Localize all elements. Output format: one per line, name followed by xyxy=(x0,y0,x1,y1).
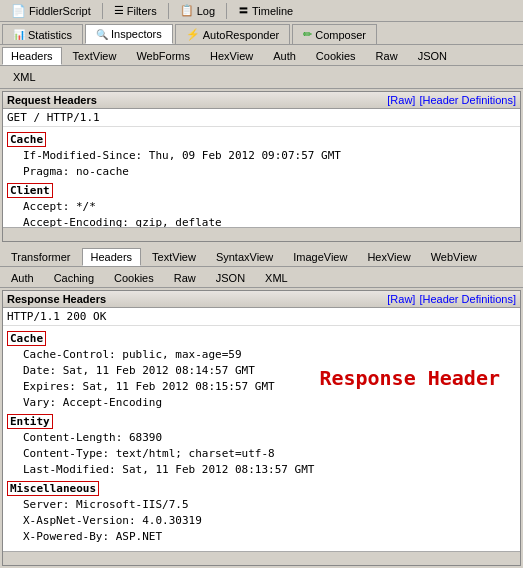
request-header-def-link[interactable]: [Header Definitions] xyxy=(419,94,516,106)
main-container: 📄 FiddlerScript ☰ Filters 📋 Log 〓 Timeli… xyxy=(0,0,523,568)
lightning-icon: ⚡ xyxy=(186,28,200,41)
req-tab-textview[interactable]: TextView xyxy=(64,47,126,65)
req-tab-headers[interactable]: Headers xyxy=(2,47,62,65)
menu-bar: 📄 FiddlerScript ☰ Filters 📋 Log 〓 Timeli… xyxy=(0,0,523,22)
resp-tab-hexview[interactable]: HexView xyxy=(358,248,419,266)
request-client-section: Client Accept: */* Accept-Encoding: gzip… xyxy=(7,180,516,227)
resp-tab-transformer[interactable]: Transformer xyxy=(2,248,80,266)
req-tab-hexview[interactable]: HexView xyxy=(201,47,262,65)
response-headers-panel: Response Headers [Raw] [Header Definitio… xyxy=(2,290,521,566)
resp-cache-section-label: Cache xyxy=(7,331,46,346)
main-tab-bar: 📊 Statistics 🔍 Inspectors ⚡ AutoResponde… xyxy=(0,22,523,45)
timeline-menu[interactable]: 〓 Timeline xyxy=(229,1,302,21)
resp-tab-imageview[interactable]: ImageView xyxy=(284,248,356,266)
request-panel-title: Request Headers xyxy=(7,94,97,106)
request-header-links: [Raw] [Header Definitions] xyxy=(387,94,516,106)
req-tab-json[interactable]: JSON xyxy=(409,47,456,65)
resp-subtab-auth[interactable]: Auth xyxy=(2,269,43,287)
request-panel-header: Request Headers [Raw] [Header Definition… xyxy=(3,92,520,109)
req-tab-xml[interactable]: XML xyxy=(4,68,517,86)
timeline-icon: 〓 xyxy=(238,3,249,18)
response-panel-header: Response Headers [Raw] [Header Definitio… xyxy=(3,291,520,308)
resp-misc-line-0: Server: Microsoft-IIS/7.5 xyxy=(23,497,516,513)
response-subtab-bar: Auth Caching Cookies Raw JSON XML xyxy=(0,267,523,288)
response-misc-section: Miscellaneous Server: Microsoft-IIS/7.5 … xyxy=(7,478,516,545)
req-tab-cookies[interactable]: Cookies xyxy=(307,47,365,65)
script-icon: 📄 xyxy=(11,4,26,18)
resp-cache-line-3: Vary: Accept-Encoding xyxy=(23,395,516,411)
menu-sep-2 xyxy=(168,3,169,19)
response-panel-title: Response Headers xyxy=(7,293,106,305)
resp-subtab-cookies[interactable]: Cookies xyxy=(105,269,163,287)
response-tab-bar: Transformer Headers TextView SyntaxView … xyxy=(0,246,523,267)
resp-entity-line-2: Last-Modified: Sat, 11 Feb 2012 08:13:57… xyxy=(23,462,516,478)
request-line: GET / HTTP/1.1 xyxy=(3,109,520,127)
filters-label: Filters xyxy=(127,5,157,17)
xml-subtab-bar: XML xyxy=(0,66,523,89)
request-tab-bar: Headers TextView WebForms HexView Auth C… xyxy=(0,45,523,66)
fiddlerscript-label: FiddlerScript xyxy=(29,5,91,17)
menu-sep-3 xyxy=(226,3,227,19)
request-body-scroll[interactable]: Cache If-Modified-Since: Thu, 09 Feb 201… xyxy=(3,127,520,227)
client-section-label: Client xyxy=(7,183,53,198)
response-header-links: [Raw] [Header Definitions] xyxy=(387,293,516,305)
inspectors-label: Inspectors xyxy=(111,28,162,40)
resp-tab-webview[interactable]: WebView xyxy=(422,248,486,266)
resp-tab-syntaxview[interactable]: SyntaxView xyxy=(207,248,282,266)
resp-entity-section-label: Entity xyxy=(7,414,53,429)
timeline-label: Timeline xyxy=(252,5,293,17)
response-raw-link[interactable]: [Raw] xyxy=(387,293,415,305)
statistics-label: Statistics xyxy=(28,29,72,41)
request-hscroll[interactable] xyxy=(3,227,520,241)
tab-statistics[interactable]: 📊 Statistics xyxy=(2,24,83,44)
resp-misc-section-label: Miscellaneous xyxy=(7,481,99,496)
response-body-scroll[interactable]: Response Header Cache Cache-Control: pub… xyxy=(3,326,520,551)
log-icon: 📋 xyxy=(180,4,194,17)
req-tab-raw[interactable]: Raw xyxy=(367,47,407,65)
response-status-line: HTTP/1.1 200 OK xyxy=(3,308,520,326)
resp-subtab-raw[interactable]: Raw xyxy=(165,269,205,287)
req-tab-webforms[interactable]: WebForms xyxy=(127,47,199,65)
resp-misc-line-1: X-AspNet-Version: 4.0.30319 xyxy=(23,513,516,529)
request-raw-link[interactable]: [Raw] xyxy=(387,94,415,106)
response-cache-section: Cache Cache-Control: public, max-age=59 … xyxy=(7,328,516,411)
resp-subtab-xml[interactable]: XML xyxy=(256,269,297,287)
menu-sep-1 xyxy=(102,3,103,19)
request-cache-section: Cache If-Modified-Since: Thu, 09 Feb 201… xyxy=(7,129,516,180)
pencil-icon: ✏ xyxy=(303,28,312,41)
req-cache-line-1: Pragma: no-cache xyxy=(23,164,516,180)
resp-cache-line-0: Cache-Control: public, max-age=59 xyxy=(23,347,516,363)
resp-subtab-caching[interactable]: Caching xyxy=(45,269,103,287)
cache-section-label: Cache xyxy=(7,132,46,147)
req-tab-auth[interactable]: Auth xyxy=(264,47,305,65)
log-label: Log xyxy=(197,5,215,17)
inspect-icon: 🔍 xyxy=(96,29,108,40)
req-client-line-0: Accept: */* xyxy=(23,199,516,215)
autoresponder-label: AutoResponder xyxy=(203,29,279,41)
stats-icon: 📊 xyxy=(13,29,25,40)
resp-subtab-json[interactable]: JSON xyxy=(207,269,254,287)
response-entity-section: Entity Content-Length: 68390 Content-Typ… xyxy=(7,411,516,478)
tab-inspectors[interactable]: 🔍 Inspectors xyxy=(85,24,173,44)
resp-tab-headers[interactable]: Headers xyxy=(82,248,142,266)
req-cache-line-0: If-Modified-Since: Thu, 09 Feb 2012 09:0… xyxy=(23,148,516,164)
resp-entity-line-0: Content-Length: 68390 xyxy=(23,430,516,446)
filter-icon: ☰ xyxy=(114,4,124,17)
resp-cache-line-2: Expires: Sat, 11 Feb 2012 08:15:57 GMT xyxy=(23,379,516,395)
fiddlerscript-menu[interactable]: 📄 FiddlerScript xyxy=(2,1,100,21)
tab-composer[interactable]: ✏ Composer xyxy=(292,24,377,44)
filters-menu[interactable]: ☰ Filters xyxy=(105,1,166,21)
response-header-def-link[interactable]: [Header Definitions] xyxy=(419,293,516,305)
resp-tab-textview[interactable]: TextView xyxy=(143,248,205,266)
resp-cache-line-1: Date: Sat, 11 Feb 2012 08:14:57 GMT xyxy=(23,363,516,379)
response-hscroll[interactable] xyxy=(3,551,520,565)
log-menu[interactable]: 📋 Log xyxy=(171,1,224,21)
resp-misc-line-2: X-Powered-By: ASP.NET xyxy=(23,529,516,545)
req-client-line-1: Accept-Encoding: gzip, deflate xyxy=(23,215,516,227)
request-headers-panel: Request Headers [Raw] [Header Definition… xyxy=(2,91,521,242)
composer-label: Composer xyxy=(315,29,366,41)
resp-entity-line-1: Content-Type: text/html; charset=utf-8 xyxy=(23,446,516,462)
tab-autoresponder[interactable]: ⚡ AutoResponder xyxy=(175,24,290,44)
